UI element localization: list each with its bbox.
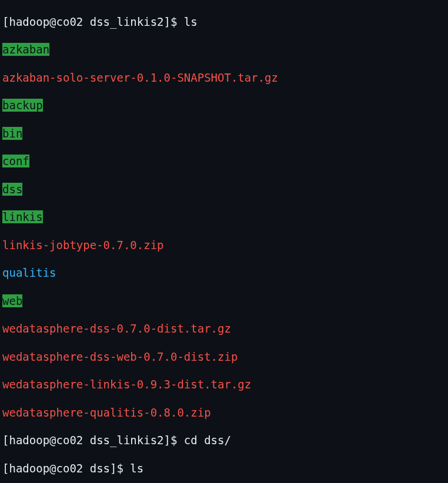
ls-entry-archive: wedatasphere-linkis-0.9.3-dist.tar.gz [2, 378, 251, 391]
ls-entry-dir: web [2, 294, 22, 307]
ls-entry-archive: wedatasphere-dss-0.7.0-dist.tar.gz [2, 322, 231, 335]
ls-entry-dir: bin [2, 127, 22, 140]
command-ls: ls [184, 15, 198, 28]
command-ls: ls [130, 462, 143, 475]
terminal[interactable]: [hadoop@co02 dss_linkis2]$ ls azkaban az… [0, 0, 448, 483]
prompt: [hadoop@co02 dss_linkis2]$ [2, 15, 184, 28]
ls-entry-dir: backup [2, 99, 43, 112]
ls-entry-dir: dss [2, 183, 22, 196]
ls-entry-archive: azkaban-solo-server-0.1.0-SNAPSHOT.tar.g… [2, 71, 278, 84]
ls-entry-dir: azkaban [2, 43, 49, 56]
ls-entry-archive: linkis-jobtype-0.7.0.zip [2, 239, 164, 251]
command-cd: cd dss/ [184, 434, 231, 447]
prompt: [hadoop@co02 dss]$ [2, 462, 130, 475]
ls-entry-archive: wedatasphere-dss-web-0.7.0-dist.zip [2, 350, 238, 363]
prompt: [hadoop@co02 dss_linkis2]$ [2, 434, 184, 447]
ls-entry-link: qualitis [2, 266, 56, 279]
ls-entry-dir: conf [2, 155, 29, 167]
ls-entry-archive: wedatasphere-qualitis-0.8.0.zip [2, 406, 211, 419]
ls-entry-dir: linkis [2, 210, 43, 223]
